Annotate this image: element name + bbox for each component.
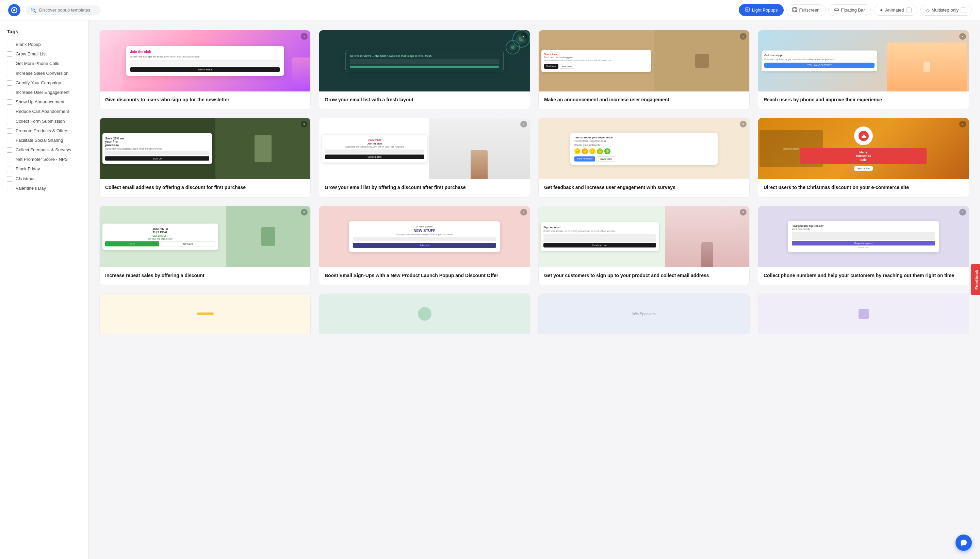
svg-point-1 bbox=[13, 9, 15, 11]
logo[interactable] bbox=[8, 4, 20, 17]
card-preview-t5: Save 25% onyour firstpurchase Sign up fo… bbox=[100, 118, 310, 179]
content-area: Join the club Subscribe and get an extra… bbox=[88, 20, 980, 559]
tag-item-increase-sales-conversion[interactable]: Increase Sales Conversion bbox=[7, 69, 81, 78]
tag-item-collect-feedback-surveys[interactable]: Collect Feedback & Surveys bbox=[7, 145, 81, 155]
tag-checkbox-grow-email-list[interactable] bbox=[7, 51, 12, 57]
search-input[interactable] bbox=[39, 7, 94, 13]
tag-item-net-promoter-score[interactable]: Net Promoter Score - NPS bbox=[7, 155, 81, 164]
card-preview-t1: Join the club Subscribe and get an extra… bbox=[100, 30, 310, 91]
template-card-t12[interactable]: Having trouble figure it out? We're here… bbox=[758, 206, 969, 285]
card-close-t2[interactable]: × bbox=[520, 33, 527, 40]
tag-checkbox-christmas[interactable] bbox=[7, 176, 12, 182]
filter-light-popups-label: Light Popups bbox=[752, 7, 778, 13]
template-card-t2[interactable]: Get Fresh Views — the UXR newsletter tha… bbox=[319, 30, 530, 109]
tag-item-facilitate-social-sharing[interactable]: Facilitate Social Sharing bbox=[7, 136, 81, 145]
filter-multistep[interactable]: ◇ Multistep only bbox=[920, 5, 972, 16]
feedback-tab[interactable]: Feedback bbox=[971, 264, 980, 295]
tag-checkbox-collect-feedback-surveys[interactable] bbox=[7, 147, 12, 153]
floating-bar-icon bbox=[834, 7, 839, 13]
card-preview-t9: JUMP INTOTHIS DEAL GET 25% OFF On your 2… bbox=[100, 206, 310, 267]
tag-checkbox-facilitate-social-sharing[interactable] bbox=[7, 138, 12, 143]
template-card-t4[interactable]: Get free support Chat with our team or g… bbox=[758, 30, 969, 109]
filter-multistep-label: Multistep only bbox=[932, 7, 958, 13]
filter-animated[interactable]: ✦ Animated bbox=[874, 5, 917, 16]
tag-checkbox-valentines-day[interactable] bbox=[7, 186, 12, 191]
partial-card-4[interactable] bbox=[758, 293, 969, 334]
card-body-t2: Grow your email list with a fresh layout bbox=[319, 91, 530, 109]
tag-item-grow-email-list[interactable]: Grow Email List bbox=[7, 49, 81, 59]
tag-checkbox-black-friday[interactable] bbox=[7, 167, 12, 172]
search-icon: 🔍 bbox=[31, 7, 36, 13]
card-title-t8: Direct users to the Christmas discount o… bbox=[764, 184, 963, 191]
filter-light-popups[interactable]: Light Popups bbox=[739, 4, 784, 16]
filter-floating-bar[interactable]: Floating Bar bbox=[828, 5, 871, 16]
tag-checkbox-increase-user-engagement[interactable] bbox=[7, 90, 12, 95]
template-card-t9[interactable]: JUMP INTOTHIS DEAL GET 25% OFF On your 2… bbox=[99, 206, 311, 285]
tag-item-reduce-cart-abandonment[interactable]: Reduce Cart Abandonment bbox=[7, 107, 81, 116]
card-body-t8: Direct users to the Christmas discount o… bbox=[758, 179, 969, 197]
card-close-t1[interactable]: × bbox=[301, 33, 308, 40]
template-card-t3[interactable]: Take a look. Don't miss our new blog pos… bbox=[538, 30, 750, 109]
card-close-t4[interactable]: × bbox=[959, 33, 966, 40]
tag-item-promote-products-offers[interactable]: Promote Products & Offers bbox=[7, 126, 81, 136]
partial-card-2[interactable] bbox=[319, 293, 530, 334]
template-card-t5[interactable]: Save 25% onyour firstpurchase Sign up fo… bbox=[99, 117, 311, 197]
filter-fullscreen-label: Fullscreen bbox=[799, 7, 820, 13]
header: 🔍 Light Popups Fullscreen Floating Bar bbox=[0, 0, 980, 20]
tag-checkbox-increase-sales-conversion[interactable] bbox=[7, 71, 12, 76]
tag-checkbox-collect-form-submission[interactable] bbox=[7, 119, 12, 124]
tag-item-show-up-announcement[interactable]: Show Up Announcement bbox=[7, 97, 81, 107]
card-close-t12[interactable]: × bbox=[959, 209, 966, 215]
card-title-t11: Get your customers to sign up to your pr… bbox=[544, 272, 744, 279]
template-card-t6[interactable]: CAMPER Join the club Subscribe and Get a… bbox=[319, 117, 530, 197]
search-bar[interactable]: 🔍 bbox=[26, 5, 101, 15]
card-title-t7: Get feedback and increase user engagemen… bbox=[544, 184, 744, 191]
tag-item-gamify-campaign[interactable]: Gamify Your Campaign bbox=[7, 78, 81, 88]
template-card-t11[interactable]: Sign up now! Create your account, no no … bbox=[538, 206, 750, 285]
tag-item-black-friday[interactable]: Black Friday bbox=[7, 164, 81, 174]
tag-checkbox-blank-popup[interactable] bbox=[7, 42, 12, 47]
partial-card-3[interactable]: Win Speakers bbox=[538, 293, 750, 334]
card-body-t3: Make an announcement and increase user e… bbox=[539, 91, 749, 109]
tag-checkbox-promote-products-offers[interactable] bbox=[7, 128, 12, 134]
template-card-t8[interactable]: MerryChristmasSale Spin to Win discount … bbox=[758, 117, 969, 197]
card-close-t10[interactable]: × bbox=[520, 209, 527, 215]
template-card-t10[interactable]: ✉ NEW STUFF NEW STUFF Sign up for our ne… bbox=[319, 206, 530, 285]
tag-item-collect-form-submission[interactable]: Collect Form Submission bbox=[7, 117, 81, 126]
tag-label-facilitate-social-sharing: Facilitate Social Sharing bbox=[16, 137, 63, 144]
tag-item-valentines-day[interactable]: Valentine's Day bbox=[7, 184, 81, 193]
partial-card-1[interactable] bbox=[99, 293, 311, 334]
tag-checkbox-reduce-cart-abandonment[interactable] bbox=[7, 109, 12, 114]
card-body-t5: Collect email address by offering a disc… bbox=[100, 179, 310, 197]
template-card-t1[interactable]: Join the club Subscribe and get an extra… bbox=[99, 30, 311, 109]
multistep-checkbox[interactable] bbox=[961, 7, 966, 13]
card-close-t3[interactable]: × bbox=[740, 33, 746, 40]
card-preview-t4: Get free support Chat with our team or g… bbox=[758, 30, 969, 91]
tag-item-get-more-phone-calls[interactable]: Get More Phone Calls bbox=[7, 59, 81, 68]
filter-animated-label: Animated bbox=[885, 7, 904, 13]
tag-checkbox-net-promoter-score[interactable] bbox=[7, 157, 12, 162]
tag-item-christmas[interactable]: Christmas bbox=[7, 174, 81, 184]
light-popups-icon bbox=[745, 7, 750, 13]
chat-button[interactable] bbox=[955, 534, 972, 551]
template-card-t7[interactable]: Tell us about your experience Your feedb… bbox=[538, 117, 750, 197]
card-close-t11[interactable]: × bbox=[740, 209, 746, 215]
svg-rect-5 bbox=[834, 9, 839, 10]
tag-label-collect-feedback-surveys: Collect Feedback & Surveys bbox=[16, 147, 71, 153]
templates-grid: Join the club Subscribe and get an extra… bbox=[99, 30, 969, 285]
card-title-t2: Grow your email list with a fresh layout bbox=[325, 96, 524, 103]
card-body-t7: Get feedback and increase user engagemen… bbox=[539, 179, 749, 197]
card-title-t9: Increase repeat sales by offering a disc… bbox=[105, 272, 305, 279]
sidebar: Tags Blank Popup Grow Email List Get Mor… bbox=[0, 20, 88, 559]
tag-checkbox-get-more-phone-calls[interactable] bbox=[7, 61, 12, 66]
tag-checkbox-gamify-campaign[interactable] bbox=[7, 80, 12, 86]
card-close-t9[interactable]: × bbox=[301, 209, 308, 215]
card-preview-t7: Tell us about your experience Your feedb… bbox=[539, 118, 749, 179]
filter-fullscreen[interactable]: Fullscreen bbox=[786, 5, 826, 16]
tag-label-promote-products-offers: Promote Products & Offers bbox=[16, 128, 68, 134]
tag-item-increase-user-engagement[interactable]: Increase User Engagement bbox=[7, 88, 81, 97]
fullscreen-icon bbox=[792, 7, 797, 13]
tag-item-blank-popup[interactable]: Blank Popup bbox=[7, 40, 81, 49]
tag-checkbox-show-up-announcement[interactable] bbox=[7, 99, 12, 105]
animated-checkbox[interactable] bbox=[906, 7, 912, 13]
